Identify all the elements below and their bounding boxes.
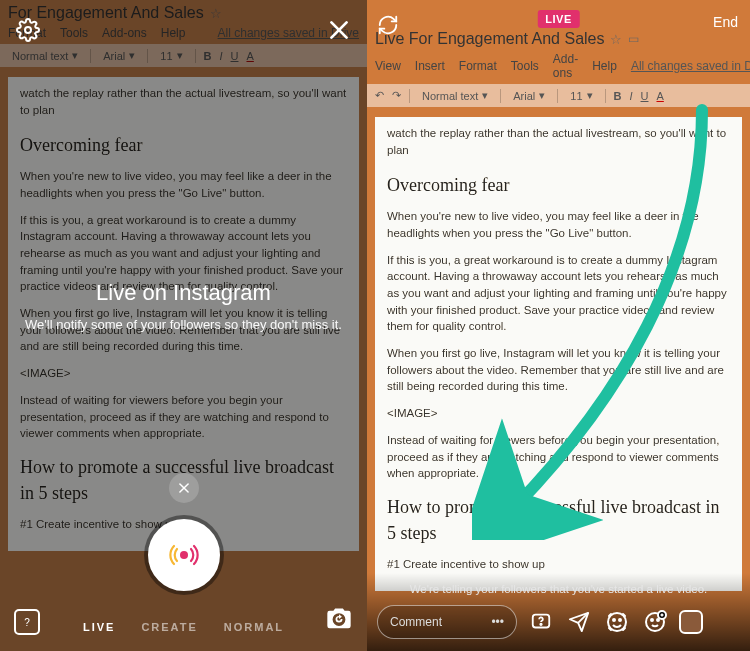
svg-point-7 xyxy=(540,624,541,625)
prelive-subtext: We'll notify some of your followers so t… xyxy=(24,316,343,334)
mode-normal[interactable]: NORMAL xyxy=(224,621,284,633)
svg-point-12 xyxy=(651,619,653,621)
svg-point-5 xyxy=(180,551,188,559)
camera-switch-button[interactable] xyxy=(325,605,353,637)
prelive-message: Live on Instagram We'll notify some of y… xyxy=(0,280,367,334)
svg-point-13 xyxy=(657,619,659,621)
comment-input[interactable]: Comment ••• xyxy=(377,605,517,639)
live-overlay: LIVE End We're telling your followers th… xyxy=(367,0,750,651)
close-button[interactable] xyxy=(325,16,353,44)
face-filter-button[interactable] xyxy=(603,608,631,636)
settings-button[interactable] xyxy=(14,16,42,44)
live-status-text: We're telling your followers that you've… xyxy=(377,583,740,595)
end-live-button[interactable]: End xyxy=(713,14,738,30)
share-button[interactable] xyxy=(565,608,593,636)
mode-live[interactable]: LIVE xyxy=(83,621,115,633)
mode-create[interactable]: CREATE xyxy=(141,621,197,633)
live-bottom-bar: We're telling your followers that you've… xyxy=(367,573,750,651)
flip-camera-button[interactable] xyxy=(377,14,399,40)
color-swatch-button[interactable] xyxy=(679,610,703,634)
instagram-live-screen: Live For Engagement And Sales ☆ ▭ View I… xyxy=(367,0,750,651)
svg-point-10 xyxy=(619,619,621,621)
go-live-button[interactable] xyxy=(148,519,220,591)
gallery-button[interactable]: ? xyxy=(14,609,40,635)
comment-more-icon[interactable]: ••• xyxy=(491,615,504,629)
add-guest-button[interactable] xyxy=(641,608,669,636)
prelive-overlay: Live on Instagram We'll notify some of y… xyxy=(0,0,367,651)
questions-button[interactable] xyxy=(527,608,555,636)
svg-point-0 xyxy=(25,27,31,33)
instagram-prelive-screen: For Engagement And Sales ☆ Format Tools … xyxy=(0,0,367,651)
prelive-headline: Live on Instagram xyxy=(24,280,343,306)
dismiss-button[interactable] xyxy=(169,473,199,503)
comment-placeholder: Comment xyxy=(390,615,442,629)
live-badge: LIVE xyxy=(537,10,579,28)
annotation-arrow xyxy=(472,100,732,540)
camera-modes[interactable]: LIVE CREATE NORMAL xyxy=(0,621,367,633)
live-top-bar: LIVE End xyxy=(367,6,750,62)
svg-point-9 xyxy=(613,619,615,621)
gallery-placeholder: ? xyxy=(24,617,30,628)
